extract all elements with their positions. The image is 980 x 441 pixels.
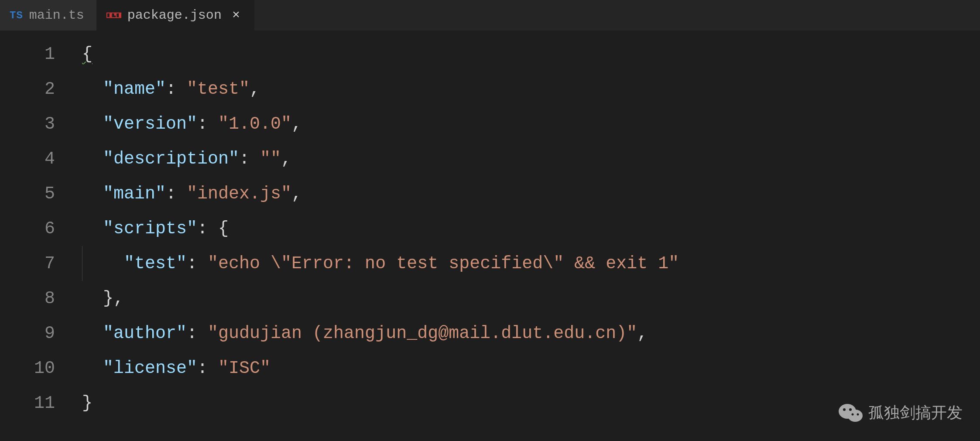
minimap[interactable]	[910, 31, 980, 441]
code-line: }	[82, 386, 910, 420]
typescript-icon: TS	[10, 10, 23, 21]
npm-icon	[106, 12, 121, 19]
code-content[interactable]: { "name": "test", "version": "1.0.0", "d…	[74, 31, 910, 441]
line-number: 9	[0, 316, 74, 351]
code-line: "version": "1.0.0",	[82, 106, 910, 141]
tab-package-json[interactable]: package.json ×	[97, 0, 254, 31]
code-line: "scripts": {	[82, 211, 910, 246]
tab-label: package.json	[127, 8, 222, 23]
tab-main-ts[interactable]: TS main.ts	[0, 0, 97, 31]
code-line: {	[82, 37, 910, 72]
line-number: 3	[0, 106, 74, 141]
code-line: "description": "",	[82, 141, 910, 176]
line-number: 4	[0, 141, 74, 176]
line-number-gutter: 1 2 3 4 5 6 7 8 9 10 11	[0, 31, 74, 441]
code-line: "author": "gudujian (zhangjun_dg@mail.dl…	[82, 316, 910, 351]
close-icon[interactable]: ×	[230, 9, 242, 22]
line-number: 8	[0, 281, 74, 316]
line-number: 10	[0, 351, 74, 386]
svg-rect-6	[119, 14, 120, 17]
line-number: 7	[0, 246, 74, 281]
tab-label: main.ts	[29, 8, 84, 23]
code-line: "test": "echo \"Error: no test specified…	[82, 246, 910, 281]
code-line: "main": "index.js",	[82, 176, 910, 211]
line-number: 1	[0, 37, 74, 72]
line-number: 11	[0, 386, 74, 420]
line-number: 5	[0, 176, 74, 211]
svg-rect-2	[110, 14, 111, 17]
line-number: 2	[0, 72, 74, 106]
svg-rect-4	[114, 14, 116, 16]
code-line: "name": "test",	[82, 72, 910, 106]
code-line: "license": "ISC"	[82, 351, 910, 386]
editor-area: 1 2 3 4 5 6 7 8 9 10 11 { "name": "test"…	[0, 31, 980, 441]
line-number: 6	[0, 211, 74, 246]
tab-bar: TS main.ts package.json ×	[0, 0, 980, 31]
code-line: },	[82, 281, 910, 316]
